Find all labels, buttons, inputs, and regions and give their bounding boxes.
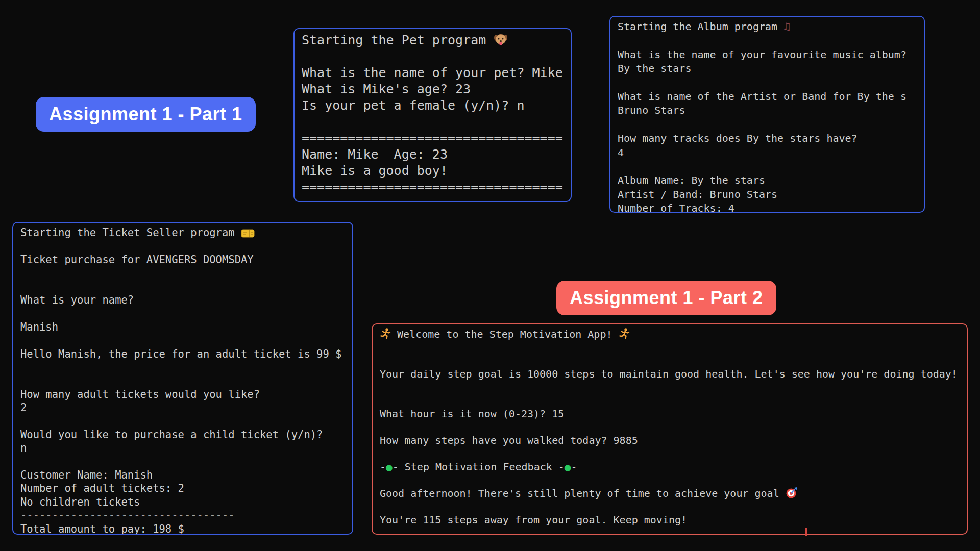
- terminal-line: Number of adult tickets: 2: [20, 482, 345, 495]
- step-motivation-program-output: Welcome to the Step Motivation App! Your…: [373, 324, 967, 530]
- terminal-line: Ticket purchase for AVENGERS DOOMSDAY: [20, 253, 345, 266]
- terminal-line: Good afternoon! There's still plenty of …: [380, 487, 960, 500]
- terminal-line: [380, 447, 960, 460]
- terminal-line: What is the name of your favourite music…: [618, 48, 917, 62]
- cursor-mark: [805, 528, 807, 536]
- album-program-output: Starting the Album program ♫ What is the…: [610, 17, 924, 213]
- terminal-line: [380, 473, 960, 487]
- terminal-line: How many adult tickets would you like?: [20, 388, 345, 401]
- terminal-line: By the stars: [618, 62, 917, 76]
- terminal-line: -●- Step Motivation Feedback -●-: [380, 460, 960, 473]
- terminal-line: Customer Name: Manish: [20, 468, 345, 482]
- terminal-line: [20, 307, 345, 320]
- terminal-line: What is your name?: [20, 293, 345, 307]
- terminal-line: Hello Manish, the price for an adult tic…: [20, 347, 345, 361]
- terminal-line: [380, 381, 960, 394]
- terminal-line: Album Name: By the stars: [618, 173, 917, 187]
- ticket-seller-program-terminal: Starting the Ticket Seller program Ticke…: [12, 222, 353, 535]
- terminal-line: How many steps have you walked today? 98…: [380, 434, 960, 447]
- terminal-line: [20, 280, 345, 293]
- terminal-line: [20, 414, 345, 428]
- music-icon: ♫: [783, 21, 790, 32]
- terminal-line: [302, 114, 564, 130]
- terminal-line: [380, 354, 960, 367]
- step-motivation-program-terminal: Welcome to the Step Motivation App! Your…: [372, 323, 968, 535]
- terminal-line: n: [20, 441, 345, 455]
- terminal-line: Starting the Pet program: [302, 32, 564, 48]
- terminal-line: Artist / Band: Bruno Stars: [618, 188, 917, 202]
- terminal-line: 4: [618, 146, 917, 160]
- terminal-line: Starting the Ticket Seller program: [20, 226, 345, 239]
- green-dot-icon: ●: [565, 462, 571, 473]
- terminal-line: [302, 48, 564, 65]
- terminal-line: Your daily step goal is 10000 steps to m…: [380, 367, 960, 381]
- terminal-line: [380, 394, 960, 407]
- ticket-icon: [241, 229, 255, 238]
- terminal-line: No children tickets: [20, 495, 345, 509]
- terminal-line: [20, 266, 345, 280]
- terminal-line: What is Mike's age? 23: [302, 81, 564, 97]
- terminal-line: What is the name of your pet? Mike: [302, 65, 564, 81]
- dog-icon: [494, 32, 508, 46]
- ticket-seller-program-output: Starting the Ticket Seller program Ticke…: [13, 223, 352, 535]
- runner-icon: [380, 328, 391, 340]
- terminal-line: Number of Tracks: 4: [618, 202, 917, 213]
- terminal-line: Mike is a good boy!: [302, 163, 564, 179]
- terminal-line: [20, 374, 345, 387]
- target-icon: [786, 487, 798, 499]
- album-program-terminal: Starting the Album program ♫ What is the…: [609, 16, 925, 213]
- terminal-line: Starting the Album program ♫: [618, 20, 917, 34]
- terminal-line: What hour is it now (0-23)? 15: [380, 407, 960, 420]
- terminal-line: Would you like to purchase a child ticke…: [20, 428, 345, 441]
- terminal-line: ----------------------------------: [20, 509, 345, 522]
- terminal-line: You're 115 steps away from your goal. Ke…: [380, 513, 960, 527]
- terminal-line: ==================================: [302, 179, 564, 195]
- pet-program-terminal: Starting the Pet program What is the nam…: [293, 28, 572, 202]
- pet-program-output: Starting the Pet program What is the nam…: [295, 29, 571, 198]
- terminal-line: [618, 76, 917, 90]
- terminal-line: [380, 420, 960, 434]
- terminal-line: What is name of the Artist or Band for B…: [618, 90, 917, 104]
- terminal-line: [20, 455, 345, 468]
- terminal-line: Bruno Stars: [618, 104, 917, 117]
- terminal-line: ==================================: [302, 130, 564, 146]
- green-dot-icon: ●: [386, 462, 393, 473]
- terminal-line: [20, 239, 345, 253]
- terminal-line: Name: Mike Age: 23: [302, 146, 564, 163]
- terminal-line: [618, 118, 917, 132]
- terminal-line: [618, 34, 917, 47]
- terminal-line: 2: [20, 401, 345, 414]
- terminal-line: Manish: [20, 320, 345, 334]
- terminal-line: Total amount to pay: 198 $: [20, 522, 345, 535]
- terminal-line: Is your pet a female (y/n)? n: [302, 97, 564, 114]
- assignment-part1-badge: Assignment 1 - Part 1: [36, 97, 256, 132]
- terminal-line: [20, 334, 345, 347]
- terminal-line: Welcome to the Step Motivation App!: [380, 328, 960, 341]
- terminal-line: [618, 160, 917, 173]
- terminal-line: [20, 361, 345, 374]
- assignment-part2-badge: Assignment 1 - Part 2: [556, 281, 776, 315]
- terminal-line: [380, 500, 960, 513]
- canvas: Assignment 1 - Part 1 Assignment 1 - Par…: [0, 0, 980, 551]
- terminal-line: [380, 341, 960, 354]
- runner-icon: [619, 328, 630, 340]
- terminal-line: How many tracks does By the stars have?: [618, 132, 917, 145]
